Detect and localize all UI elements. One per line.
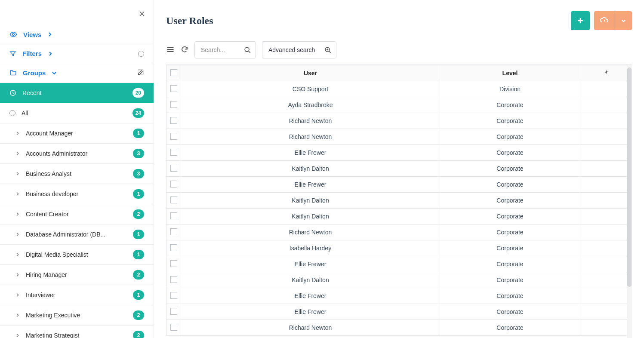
cell-pin (580, 129, 632, 145)
row-checkbox[interactable] (170, 276, 177, 283)
row-checkbox[interactable] (170, 85, 177, 92)
chevron-right-icon (15, 232, 20, 237)
chevron-right-icon (47, 32, 52, 37)
table-row[interactable]: Ellie FrewerCorporate (166, 177, 632, 193)
sidebar-group-item[interactable]: Account Manager1 (0, 123, 154, 144)
sidebar-group-item[interactable]: Content Creator2 (0, 204, 154, 224)
chevron-right-icon (15, 192, 20, 196)
sidebar-filters[interactable]: Filters (0, 44, 154, 63)
row-checkbox[interactable] (170, 308, 177, 315)
header-level[interactable]: Level (440, 65, 580, 81)
menu-button[interactable] (166, 45, 175, 55)
clock-icon (9, 89, 16, 96)
select-all-checkbox[interactable] (170, 69, 177, 76)
table-row[interactable]: Richard NewtonCorporate (166, 113, 632, 129)
group-count-badge: 2 (133, 310, 144, 320)
row-checkbox[interactable] (170, 228, 177, 235)
header-pin-column (580, 65, 632, 81)
cell-pin (580, 145, 632, 161)
table-row[interactable]: Kaitlyn DaltonCorporate (166, 272, 632, 288)
cell-user: Richard Newton (181, 129, 440, 145)
edit-groups-button[interactable] (137, 69, 144, 77)
group-count-badge: 1 (133, 129, 144, 138)
close-sidebar-button[interactable] (139, 10, 145, 18)
table-row[interactable]: Ellie FrewerCorporate (166, 304, 632, 320)
sidebar-groups[interactable]: Groups (0, 63, 154, 83)
chevron-right-icon (48, 51, 53, 56)
sidebar-group-item[interactable]: Hiring Manager2 (0, 265, 154, 285)
add-button[interactable] (571, 11, 590, 30)
sidebar-group-item[interactable]: Accounts Administrator3 (0, 144, 154, 164)
cell-level: Corporate (440, 209, 580, 224)
table-row[interactable]: Ellie FrewerCorporate (166, 256, 632, 272)
refresh-split-button[interactable] (594, 11, 632, 30)
row-checkbox[interactable] (170, 149, 177, 156)
row-checkbox[interactable] (170, 133, 177, 140)
scrollbar-thumb[interactable] (627, 68, 632, 287)
cell-user: Richard Newton (181, 224, 440, 240)
cell-pin (580, 177, 632, 193)
cell-user: Kaitlyn Dalton (181, 193, 440, 209)
svg-point-0 (12, 34, 15, 36)
cell-pin (580, 224, 632, 240)
cell-pin (580, 304, 632, 320)
cell-level: Corporate (440, 193, 580, 209)
table-row[interactable]: Richard NewtonCorporate (166, 320, 632, 336)
sidebar-group-item[interactable]: Marketing Executive2 (0, 305, 154, 326)
advanced-search-button[interactable]: Advanced search (262, 41, 336, 58)
user-roles-table: User Level CSO SupportDivisionAyda Strad… (166, 65, 632, 336)
row-checkbox[interactable] (170, 181, 177, 187)
table-row[interactable]: Kaitlyn DaltonCorporate (166, 161, 632, 177)
table-row[interactable]: Isabella HardeyCorporate (166, 240, 632, 256)
group-item-label: Interviewer (26, 292, 55, 298)
sidebar-item-recent[interactable]: Recent 20 (0, 83, 154, 103)
sidebar-group-item[interactable]: Business Analyst3 (0, 164, 154, 184)
row-checkbox[interactable] (170, 165, 177, 172)
row-checkbox[interactable] (170, 197, 177, 203)
sidebar-item-all[interactable]: All 24 (0, 103, 154, 123)
table-row[interactable]: Ellie FrewerCorporate (166, 145, 632, 161)
cell-level: Corporate (440, 320, 580, 336)
table-row[interactable]: Ayda StradbrokeCorporate (166, 97, 632, 113)
all-label: All (22, 110, 28, 117)
table-row[interactable]: Kaitlyn DaltonCorporate (166, 209, 632, 224)
cell-pin (580, 288, 632, 304)
row-checkbox[interactable] (170, 212, 177, 219)
header-user[interactable]: User (181, 65, 440, 81)
row-checkbox[interactable] (170, 244, 177, 251)
search-icon[interactable] (244, 46, 251, 54)
search-input[interactable] (201, 42, 244, 58)
cell-level: Corporate (440, 288, 580, 304)
cell-level: Corporate (440, 145, 580, 161)
row-checkbox[interactable] (170, 101, 177, 108)
chevron-right-icon (15, 333, 20, 338)
sidebar-views[interactable]: Views (0, 25, 154, 44)
table-row[interactable]: CSO SupportDivision (166, 81, 632, 97)
row-checkbox[interactable] (170, 117, 177, 124)
group-item-label: Accounts Administrator (26, 150, 87, 157)
table-row[interactable]: Ellie FrewerCorporate (166, 288, 632, 304)
sidebar-group-item[interactable]: Database Administrator (DB...1 (0, 224, 154, 245)
cell-user: Ellie Frewer (181, 304, 440, 320)
row-checkbox[interactable] (170, 292, 177, 299)
cell-user: Ellie Frewer (181, 177, 440, 193)
sidebar-group-item[interactable]: Digital Media Specialist1 (0, 245, 154, 265)
cell-pin (580, 320, 632, 336)
sidebar-group-item[interactable]: Business developer1 (0, 184, 154, 204)
sidebar-group-item[interactable]: Marketing Strategist2 (0, 326, 154, 338)
cell-user: Isabella Hardey (181, 240, 440, 256)
cell-user: Kaitlyn Dalton (181, 209, 440, 224)
row-checkbox[interactable] (170, 324, 177, 331)
group-item-label: Marketing Strategist (26, 332, 80, 338)
table-row[interactable]: Richard NewtonCorporate (166, 224, 632, 240)
groups-label: Groups (23, 69, 46, 77)
row-checkbox[interactable] (170, 260, 177, 267)
refresh-button[interactable] (181, 46, 188, 55)
cell-level: Corporate (440, 272, 580, 288)
cell-level: Division (440, 81, 580, 97)
table-row[interactable]: Richard NewtonCorporate (166, 129, 632, 145)
sidebar-group-item[interactable]: Interviewer1 (0, 285, 154, 305)
table-row[interactable]: Kaitlyn DaltonCorporate (166, 193, 632, 209)
chevron-right-icon (15, 172, 20, 176)
group-count-badge: 2 (133, 209, 144, 219)
